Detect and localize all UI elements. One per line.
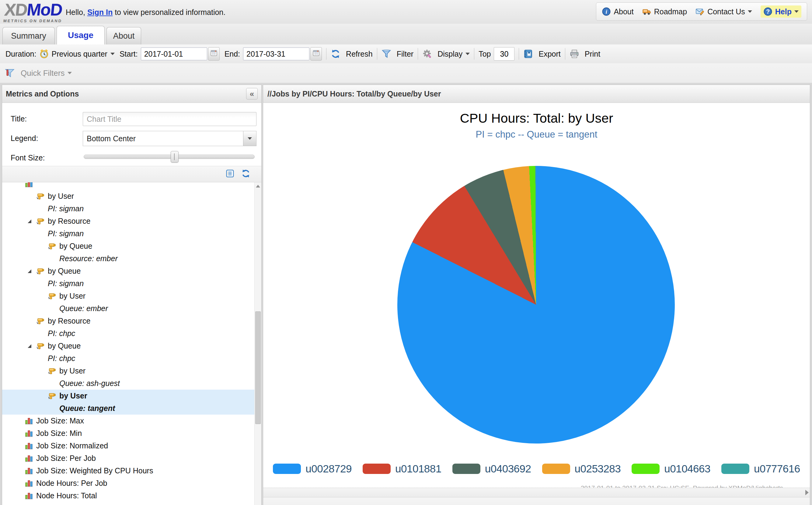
tree-node-label: by Queue: [48, 342, 81, 350]
scroll-up-arrow-icon[interactable]: [256, 185, 260, 187]
calendar-icon: [312, 49, 320, 59]
font-size-slider[interactable]: [84, 151, 255, 162]
mail-icon: [696, 7, 705, 16]
collapse-tree-button[interactable]: [225, 169, 235, 179]
refresh-icon: [241, 169, 250, 179]
tree-node[interactable]: PI: chpc: [2, 327, 255, 340]
tree-node[interactable]: Node Hours: Total: [2, 490, 255, 502]
end-date-picker-button[interactable]: [310, 47, 322, 60]
metric-chart-icon: [25, 454, 33, 463]
legend-label: u0104663: [664, 463, 711, 475]
tree-node[interactable]: Resource: ember: [2, 252, 255, 265]
tree-node[interactable]: by Queue: [2, 340, 255, 352]
collapse-panel-button[interactable]: «: [246, 88, 258, 100]
tree-node[interactable]: by Queue: [2, 265, 255, 277]
tree-node[interactable]: Job Size: Per Job: [2, 452, 255, 465]
chart-caption: 2017-01-01 to 2017-03-31 Src: HC:SE. Pow…: [581, 484, 783, 488]
pie-chart[interactable]: [397, 166, 675, 444]
end-date-input[interactable]: [243, 47, 309, 60]
tab-usage[interactable]: Usage: [57, 26, 105, 44]
refresh-tree-button[interactable]: [241, 169, 251, 179]
scroll-right-arrow-icon[interactable]: [805, 490, 809, 495]
contact-us-button[interactable]: Contact Us: [696, 7, 752, 16]
tree-scrollbar[interactable]: [254, 182, 261, 505]
end-label: End:: [225, 50, 240, 58]
legend-position-select[interactable]: Bottom Center: [83, 131, 256, 146]
tree-node[interactable]: Job Size: Min: [2, 427, 255, 440]
about-button[interactable]: i About: [602, 7, 633, 16]
sign-in-link[interactable]: Sign In: [87, 8, 112, 16]
legend-item[interactable]: u0403692: [453, 463, 531, 475]
legend-swatch: [453, 464, 480, 474]
tree-node[interactable]: Job Size: Weighted By CPU Hours: [2, 465, 255, 477]
tree-node-label: by Resource: [48, 217, 90, 225]
refresh-icon: [331, 49, 340, 59]
toolbar-separator: [519, 48, 519, 60]
expand-triangle-icon[interactable]: [28, 219, 31, 223]
tree-node[interactable]: Job Size: Max: [2, 414, 255, 427]
horizontal-scrollbar[interactable]: [263, 488, 810, 497]
greeting-prefix: Hello,: [66, 8, 85, 16]
tree-node[interactable]: by User: [2, 190, 255, 202]
expand-triangle-icon[interactable]: [28, 344, 31, 348]
tree-node[interactable]: Queue: ember: [2, 302, 255, 315]
tree-node[interactable]: by User: [2, 365, 255, 377]
tree-scrollbar-thumb[interactable]: [255, 311, 261, 424]
legend-label: u0253283: [575, 463, 621, 475]
tree-node[interactable]: Queue: tangent: [2, 402, 255, 414]
tab-summary[interactable]: Summary: [2, 27, 55, 44]
start-date-picker-button[interactable]: [208, 47, 220, 60]
tree-node[interactable]: [2, 182, 255, 190]
tree-node[interactable]: PI: chpc: [2, 352, 255, 365]
export-label: Export: [538, 50, 560, 58]
select-trigger[interactable]: [243, 131, 256, 146]
tree-node[interactable]: Number of Jobs Ended: [2, 502, 255, 505]
export-icon: [523, 49, 533, 59]
drilldown-icon: [36, 217, 45, 225]
slider-thumb[interactable]: [171, 151, 179, 163]
chart-title-input[interactable]: [83, 112, 256, 126]
tree-node-label: PI: chpc: [48, 354, 75, 363]
top-n-input[interactable]: [494, 47, 514, 60]
tree-node[interactable]: Job Size: Normalized: [2, 440, 255, 452]
tree-node[interactable]: PI: sigman: [2, 277, 255, 290]
caret-down-icon: [466, 53, 470, 55]
legend-item[interactable]: u0104663: [631, 463, 711, 475]
start-date-input[interactable]: [141, 47, 207, 60]
metric-chart-icon: [25, 479, 33, 488]
legend-item[interactable]: u0028729: [273, 463, 352, 475]
duration-preset-button[interactable]: Previous quarter: [51, 50, 114, 58]
legend-item[interactable]: u0777616: [721, 463, 800, 475]
tree-node[interactable]: by Resource: [2, 215, 255, 227]
tree-node-label: Queue: ember: [59, 304, 108, 313]
tree-node[interactable]: PI: sigman: [2, 227, 255, 240]
tab-about[interactable]: About: [106, 27, 141, 44]
filter-button[interactable]: Filter: [381, 49, 414, 59]
chart-toolbar: Duration: Previous quarter Start: End: R…: [0, 44, 812, 63]
expand-triangle-icon[interactable]: [28, 270, 31, 273]
metric-chart-icon: [25, 492, 33, 500]
quick-filters-button[interactable]: Quick Filters: [21, 68, 72, 78]
print-button[interactable]: Print: [569, 49, 600, 59]
export-button[interactable]: Export: [523, 49, 560, 59]
legend-item[interactable]: u0101881: [363, 463, 442, 475]
tree-node-label: Job Size: Per Job: [36, 454, 96, 463]
tree-node[interactable]: Queue: ash-guest: [2, 377, 255, 390]
about-label: About: [614, 7, 633, 16]
tree-node[interactable]: by Resource: [2, 315, 255, 327]
tree-node[interactable]: PI: sigman: [2, 202, 255, 215]
tree-node[interactable]: Node Hours: Per Job: [2, 477, 255, 490]
refresh-button[interactable]: Refresh: [331, 49, 373, 59]
legend-item[interactable]: u0253283: [542, 463, 621, 475]
tree-node[interactable]: by User: [2, 290, 255, 302]
greeting-suffix: to view personalized information.: [112, 8, 225, 16]
roadmap-button[interactable]: Roadmap: [642, 7, 687, 16]
help-button[interactable]: ? Help: [761, 5, 801, 18]
display-button[interactable]: Display: [422, 49, 470, 59]
tree-node[interactable]: by User: [2, 390, 255, 402]
legend-swatch: [363, 464, 390, 474]
slider-track[interactable]: [84, 155, 255, 159]
chart-title: CPU Hours: Total: by User: [263, 111, 810, 126]
quick-filters-bar: Quick Filters: [0, 63, 812, 83]
tree-node[interactable]: by Queue: [2, 240, 255, 252]
